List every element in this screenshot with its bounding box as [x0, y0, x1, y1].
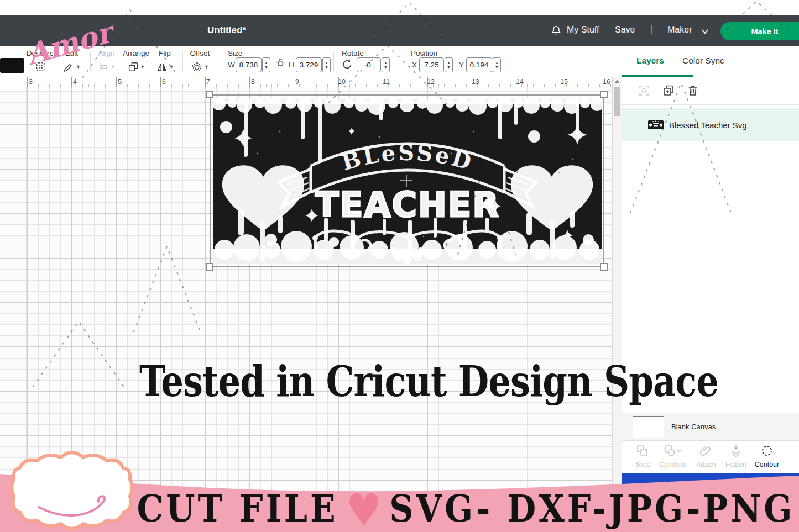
banner-overlay-text: CUT FILE♥SVG- DXF-JPG-PNG	[133, 484, 799, 532]
tab-color-sync[interactable]: Color Sync	[682, 56, 724, 66]
amor-brand-badge	[6, 441, 138, 532]
duplicate-icon[interactable]	[662, 84, 675, 97]
scrollbar-up-arrow[interactable]	[614, 80, 620, 83]
width-stepper[interactable]: ▲▼	[262, 57, 270, 72]
machine-select-button[interactable]: Maker	[667, 25, 692, 35]
tested-overlay-text: Tested in Cricut Design Space	[139, 356, 718, 406]
my-stuff-button[interactable]: My Stuff	[567, 25, 599, 35]
layer-toolbar	[622, 77, 799, 105]
selection-handle-top-right[interactable]	[600, 91, 608, 98]
attach-icon	[699, 444, 713, 457]
open-lock-icon[interactable]	[274, 56, 286, 68]
x-stepper[interactable]: ▲▼	[445, 57, 453, 72]
layers-panel: Layers Color Sync	[622, 46, 799, 532]
save-button[interactable]: Save	[615, 25, 635, 35]
tab-layers[interactable]: Layers	[636, 56, 664, 66]
height-stepper[interactable]: ▲▼	[322, 57, 331, 72]
y-field-label: Y	[459, 61, 464, 69]
header-separator: |	[650, 23, 653, 35]
size-label: Size	[228, 49, 242, 57]
arrange-icon	[127, 61, 139, 73]
rotate-icon[interactable]	[341, 58, 354, 71]
offset-icon	[191, 61, 203, 73]
height-input[interactable]	[296, 57, 322, 72]
slice-icon	[636, 444, 650, 457]
layer-thumbnail	[648, 120, 664, 129]
blank-canvas-label: Blank Canvas	[671, 423, 716, 431]
blank-canvas-swatch	[633, 416, 664, 438]
flip-button[interactable]: Flip ▼	[151, 49, 179, 73]
layer-color-swatch[interactable]	[0, 58, 24, 73]
pencil-icon	[62, 61, 75, 73]
heart-icon: ♥	[338, 484, 390, 532]
contour-icon	[760, 444, 774, 457]
selection-handle-bottom-left[interactable]	[206, 263, 213, 271]
width-field-label: W	[228, 61, 235, 69]
app-header: Untitled* My Stuff Save | Maker	[0, 15, 799, 46]
trash-icon[interactable]	[686, 84, 699, 97]
blessed-teacher-design[interactable]: BLeSSeD TEACHER	[213, 98, 602, 264]
y-position-input[interactable]	[466, 57, 492, 72]
position-label: Position	[411, 49, 437, 57]
rotate-stepper[interactable]: ▲▼	[382, 57, 390, 72]
height-field-label: H	[289, 61, 294, 69]
cricut-design-space-window: Untitled* My Stuff Save | Maker Make It …	[0, 0, 799, 532]
main-word: TEACHER	[315, 185, 500, 225]
make-it-button[interactable]: Make It	[720, 22, 799, 40]
y-stepper[interactable]: ▲▼	[493, 57, 501, 72]
chevron-down-icon	[701, 29, 709, 34]
selection-handle-top-left[interactable]	[206, 91, 213, 98]
scrollbar-thumb[interactable]	[614, 87, 620, 116]
x-position-input[interactable]	[419, 57, 444, 72]
arrange-button[interactable]: Arrange ▼	[119, 49, 153, 73]
blank-canvas-row[interactable]: Blank Canvas	[622, 413, 799, 441]
offset-button[interactable]: Offset ▼	[185, 49, 215, 73]
rotate-input[interactable]	[357, 57, 381, 72]
image-top-margin	[0, 0, 799, 15]
project-title: Untitled*	[207, 25, 246, 36]
width-input[interactable]	[236, 57, 262, 72]
group-select-icon	[638, 84, 651, 97]
panel-tabs: Layers Color Sync	[622, 46, 799, 77]
x-field-label: X	[412, 61, 417, 69]
align-icon	[97, 61, 109, 73]
selection-handle-bottom-right[interactable]	[600, 263, 608, 271]
flip-icon	[156, 61, 168, 73]
rotate-label: Rotate	[342, 49, 364, 57]
combine-icon	[664, 444, 682, 457]
flatten-icon	[729, 444, 743, 457]
layer-name: Blessed Teacher Svg	[669, 120, 747, 130]
bell-icon[interactable]	[550, 24, 562, 36]
formats-text: SVG- DXF-JPG-PNG	[389, 487, 795, 530]
layer-row-blessed-teacher[interactable]: Blessed Teacher Svg	[622, 108, 799, 141]
active-tab-underline	[622, 75, 693, 77]
horizontal-ruler: 34 56 78 910 1112 1314 1516	[0, 77, 612, 87]
cut-file-text: CUT FILE	[137, 487, 338, 530]
